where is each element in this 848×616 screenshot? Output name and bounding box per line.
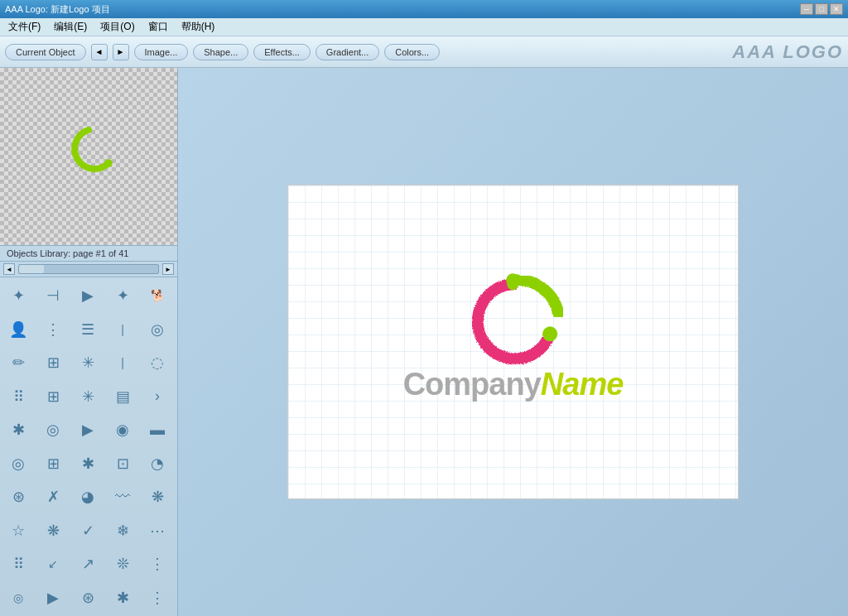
obj-dot-circle2[interactable]: ◉ bbox=[106, 413, 139, 446]
obj-ring[interactable]: ◎ bbox=[2, 447, 35, 480]
obj-grid-plus[interactable]: ⊞ bbox=[36, 346, 70, 379]
obj-quarter-circle[interactable]: ◔ bbox=[141, 447, 174, 480]
obj-boxtimes[interactable]: ⊡ bbox=[106, 447, 139, 480]
obj-flower2[interactable]: ❋ bbox=[36, 514, 70, 547]
company-text: Company bbox=[403, 367, 541, 402]
menu-edit[interactable]: 编辑(E) bbox=[49, 18, 92, 36]
effects-button[interactable]: Effects... bbox=[253, 44, 311, 60]
obj-sparkle2[interactable]: ✱ bbox=[106, 581, 139, 614]
objects-grid: ✦ ⊣ ▶ ✦ 🐕 👤 ⋮ ☰ | ◎ ✏ ⊞ ✳ | ◌ ⠿ ⊞ ✳ ▤ › … bbox=[0, 277, 177, 616]
toolbar: Current Object ◄ ► Image... Shape... Eff… bbox=[0, 36, 848, 68]
obj-arrow-diag[interactable]: ↗ bbox=[71, 547, 104, 580]
obj-dots-v2[interactable]: ⋮ bbox=[141, 547, 174, 580]
objects-library-label: Objects Library: page #1 of 41 bbox=[0, 246, 177, 262]
menu-window[interactable]: 窗口 bbox=[143, 18, 173, 36]
menu-help[interactable]: 帮助(H) bbox=[176, 18, 220, 36]
obj-lines[interactable]: ☰ bbox=[71, 313, 104, 346]
obj-person[interactable]: 👤 bbox=[2, 313, 35, 346]
svg-point-0 bbox=[104, 159, 113, 167]
company-text-row: Company Name bbox=[403, 367, 624, 402]
object-preview bbox=[0, 68, 177, 246]
obj-snowflake-sm[interactable]: ✳ bbox=[71, 346, 104, 379]
obj-braille[interactable]: ⠿ bbox=[2, 547, 35, 580]
obj-dot-circle[interactable]: ◌ bbox=[141, 346, 174, 379]
main-layout: Objects Library: page #1 of 41 ◄ ► ✦ ⊣ ▶… bbox=[0, 68, 848, 616]
logo-canvas[interactable]: Company Name bbox=[287, 185, 739, 499]
obj-snowflake[interactable]: ❄ bbox=[106, 514, 139, 547]
obj-star[interactable]: ✦ bbox=[106, 279, 139, 312]
obj-check[interactable]: ✓ bbox=[71, 514, 104, 547]
obj-triangle[interactable]: ▶ bbox=[71, 413, 104, 446]
obj-swirl[interactable]: ⊛ bbox=[71, 581, 104, 614]
app-logo-brand: AAA LOGO bbox=[732, 41, 843, 63]
current-object-button[interactable]: Current Object bbox=[5, 44, 86, 60]
obj-bullseye[interactable]: ◎ bbox=[36, 413, 70, 446]
canvas-area: Company Name bbox=[178, 68, 848, 616]
obj-arrow-corner[interactable]: ↙ bbox=[36, 547, 70, 580]
minimize-button[interactable]: ─ bbox=[800, 3, 813, 15]
obj-crosshair[interactable]: ✦ bbox=[2, 279, 35, 312]
colors-button[interactable]: Colors... bbox=[384, 44, 440, 60]
scroll-right-arrow[interactable]: ► bbox=[162, 263, 174, 275]
obj-arrow-left[interactable]: ⊣ bbox=[36, 279, 70, 312]
logo-svg bbox=[438, 267, 587, 375]
obj-target[interactable]: ⊛ bbox=[2, 480, 35, 513]
obj-asterisk2[interactable]: ❊ bbox=[106, 547, 139, 580]
obj-vertical-line[interactable]: | bbox=[106, 346, 139, 379]
gradient-button[interactable]: Gradient... bbox=[316, 44, 379, 60]
title-bar: AAA Logo: 新建Logo 项目 ─ □ ✕ bbox=[0, 0, 848, 18]
obj-dog[interactable]: 🐕 bbox=[141, 279, 174, 312]
menu-file[interactable]: 文件(F) bbox=[3, 18, 46, 36]
preview-shape-svg bbox=[55, 117, 122, 183]
scroll-left-arrow[interactable]: ◄ bbox=[3, 263, 15, 275]
window-controls: ─ □ ✕ bbox=[800, 3, 843, 15]
obj-pencil[interactable]: ✏ bbox=[2, 346, 35, 379]
logo-content: Company Name bbox=[403, 267, 624, 402]
obj-flower[interactable]: ❋ bbox=[141, 480, 174, 513]
obj-circle-filled[interactable]: ◕ bbox=[71, 480, 104, 513]
scroll-track[interactable] bbox=[18, 264, 159, 274]
svg-point-2 bbox=[506, 273, 519, 286]
obj-asterisk[interactable]: ✳ bbox=[71, 380, 104, 413]
obj-stripe[interactable]: ▤ bbox=[106, 380, 139, 413]
obj-dots-v[interactable]: ⋮ bbox=[36, 313, 70, 346]
obj-bar[interactable]: | bbox=[106, 313, 139, 346]
obj-arrow-right[interactable]: › bbox=[141, 380, 174, 413]
company-name-text: Name bbox=[541, 367, 624, 402]
image-button[interactable]: Image... bbox=[134, 44, 189, 60]
obj-circle-outline[interactable]: ◎ bbox=[141, 313, 174, 346]
obj-play[interactable]: ▶ bbox=[71, 279, 104, 312]
obj-play2[interactable]: ▶ bbox=[36, 581, 70, 614]
nav-next-button[interactable]: ► bbox=[113, 44, 129, 60]
svg-point-1 bbox=[542, 326, 557, 341]
obj-circle3[interactable]: ◎ bbox=[2, 581, 35, 614]
restore-button[interactable]: □ bbox=[815, 3, 828, 15]
obj-lines2[interactable]: ⋮ bbox=[141, 581, 174, 614]
obj-ellipsis[interactable]: ⋯ bbox=[141, 514, 174, 547]
obj-dash[interactable]: ▬ bbox=[141, 413, 174, 446]
menu-project[interactable]: 项目(O) bbox=[95, 18, 139, 36]
obj-grid-sq[interactable]: ⊞ bbox=[36, 380, 70, 413]
obj-sparkle[interactable]: ✱ bbox=[2, 413, 35, 446]
menu-bar: 文件(F) 编辑(E) 项目(O) 窗口 帮助(H) bbox=[0, 18, 848, 36]
obj-wave[interactable]: 〰 bbox=[106, 480, 139, 513]
objects-scrollbar: ◄ ► bbox=[0, 262, 177, 277]
close-button[interactable]: ✕ bbox=[830, 3, 843, 15]
obj-star-outline[interactable]: ☆ bbox=[2, 514, 35, 547]
window-title: AAA Logo: 新建Logo 项目 bbox=[5, 3, 110, 16]
obj-star6[interactable]: ✱ bbox=[71, 447, 104, 480]
shape-button[interactable]: Shape... bbox=[193, 44, 248, 60]
obj-dots-grid[interactable]: ⠿ bbox=[2, 380, 35, 413]
nav-prev-button[interactable]: ◄ bbox=[91, 44, 108, 60]
obj-box-plus[interactable]: ⊞ bbox=[36, 447, 70, 480]
left-panel: Objects Library: page #1 of 41 ◄ ► ✦ ⊣ ▶… bbox=[0, 68, 178, 616]
obj-cross[interactable]: ✗ bbox=[36, 480, 70, 513]
